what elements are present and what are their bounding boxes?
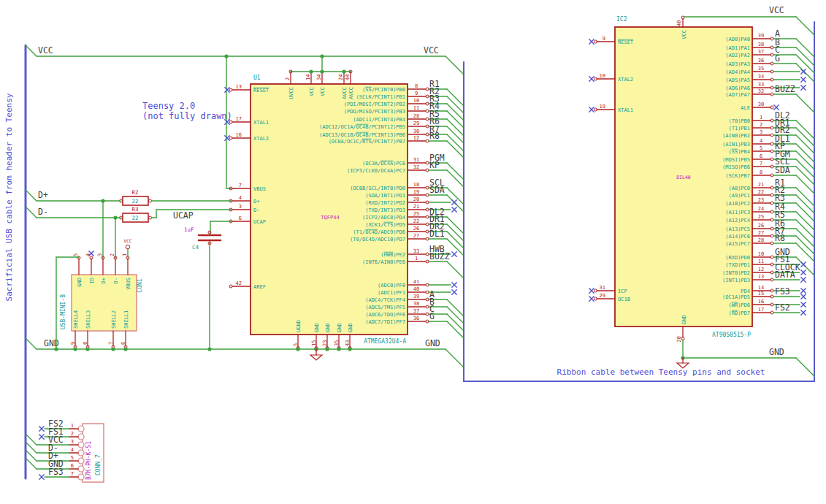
text-run: 6 <box>121 342 126 345</box>
text-run: GND <box>337 323 343 332</box>
text-run: UCAP <box>173 210 194 221</box>
text-run: 5 <box>760 145 762 151</box>
pin-name: (A10)PC2 <box>725 201 750 207</box>
pin-number: 9 <box>415 91 418 96</box>
text-run: (ADC5/TMS)PF5 <box>365 305 405 310</box>
text-run: GND <box>44 338 59 348</box>
wire-segment <box>447 314 464 331</box>
pin-name: (OC0A/OC1C/RTS/PCINT7)PB7 <box>329 139 405 145</box>
text-run: (AD0)PA0 <box>725 37 750 42</box>
text-run: GND <box>314 323 320 332</box>
text-run: (SCLK/PCINT1)PB1 <box>356 94 405 100</box>
wire-segment <box>796 121 814 139</box>
text-run: CONN_7 <box>95 454 102 476</box>
text-run: (A9)PC1 <box>728 193 750 199</box>
pin-name: (TXD/INT3)PD3 <box>365 207 405 213</box>
text-run: (A14)PC6 <box>725 234 750 240</box>
pin-number: 40 <box>413 286 419 292</box>
pin-number: 6 <box>760 153 762 159</box>
wire-segment <box>447 89 464 106</box>
text-run: D+ <box>253 199 259 205</box>
pin-number: 1 <box>415 256 418 261</box>
text-run: VBUS <box>126 278 131 290</box>
resistor-reference: R3 <box>131 206 138 213</box>
text-run: (XCK1/ <box>365 222 383 228</box>
pin-name: (ADC6/TDO)PF6 <box>365 312 405 318</box>
pin-number: 27 <box>413 233 419 239</box>
net-label: D+ <box>38 190 48 200</box>
text-run: (ADC13/OC1B/ <box>319 132 356 138</box>
text-run: (AD4)PA4 <box>725 69 750 75</box>
text-run: B7K-PH-K-S1 <box>85 441 92 480</box>
wire-segment <box>447 299 464 316</box>
text-run: 3 <box>97 253 103 256</box>
pin-name: (AD5)PA5 <box>725 77 750 83</box>
note-sacrificial: Sacrificial USB cable from header to Tee… <box>4 93 14 301</box>
wire-segment <box>796 47 814 66</box>
net-label: UCAP <box>173 210 194 221</box>
note-teensy-2: (not fully drawn) <box>142 111 232 121</box>
wire-segment <box>796 229 814 247</box>
net-label: DATA <box>775 270 795 280</box>
pin-number: 8 <box>83 342 88 345</box>
text-run: 11 <box>413 105 419 111</box>
text-run: 21 <box>413 204 419 210</box>
text-run: D+ <box>101 278 107 283</box>
text-run: 23 <box>322 340 328 346</box>
junction-dot <box>325 347 329 351</box>
text-run: U1 <box>253 75 261 81</box>
pin-name: (AD7)PA7 <box>725 92 750 98</box>
pin-name: VCC <box>681 30 687 39</box>
pin-name: (ADC5/TMS)PF5 <box>365 305 405 310</box>
text-run: 41 <box>413 279 419 285</box>
overbar-text: OC4B <box>356 124 369 130</box>
pin-number: 26 <box>758 223 764 229</box>
wire-segment <box>26 338 37 349</box>
pin-number: 9 <box>70 342 76 345</box>
pin-number: 28 <box>758 237 764 243</box>
pin-number: 17 <box>758 307 764 313</box>
conn7-pin-circle <box>78 474 84 480</box>
pin-number: 14 <box>758 285 764 291</box>
pin-name: UCAP <box>253 219 266 225</box>
pin-name: AVCC <box>348 87 354 99</box>
overbar-text: OC4D <box>365 229 378 235</box>
net-label: KP <box>429 160 440 170</box>
pin-number: 2 <box>71 431 74 437</box>
pin-number: 24 <box>338 75 344 80</box>
text-run: 39 <box>413 294 419 299</box>
pin-number: 19 <box>413 189 419 195</box>
pin-name: (A12)PC4 <box>725 218 750 224</box>
net-label: R8 <box>429 131 440 141</box>
text-run: VCC <box>320 87 326 96</box>
junction-dot <box>320 69 324 73</box>
text-run: XTAL2 <box>253 136 269 142</box>
pin-name: (ADC7/TDI)PF7 <box>365 319 405 325</box>
text-run: ID <box>89 278 95 283</box>
pin-name: ALE <box>741 105 750 111</box>
net-label: SDA <box>775 165 790 175</box>
text-run: (OC0A/OC1C/ <box>329 139 362 145</box>
text-run: BUZZ <box>429 251 450 261</box>
pin-name: (ADC0)PF0 <box>378 283 405 289</box>
text-run: VCC <box>681 30 687 39</box>
text-run: IC2 <box>616 16 627 23</box>
pin-name: (T1)PB1 <box>728 126 750 131</box>
pin-number: 6 <box>121 342 126 345</box>
text-run: 28 <box>413 113 419 119</box>
pin-name: (ICP2/ADC8)PD4 <box>362 215 405 221</box>
note-teensy-1: Teensy 2.0 <box>142 101 195 111</box>
pin-number: 21 <box>413 204 419 210</box>
text-run: GND <box>681 315 687 324</box>
pin-number: 28 <box>413 113 419 119</box>
text-run: 28 <box>758 237 764 243</box>
text-run: XTAL1 <box>618 107 633 113</box>
pin-number: 39 <box>413 294 419 299</box>
text-run: (PDO/MISO/PCINT3)PB3 <box>344 109 405 115</box>
text-run: R8 <box>775 233 785 243</box>
pin-number: 32 <box>413 164 419 170</box>
text-run: 23 <box>758 197 764 203</box>
ic2-footprint: DIL40 <box>676 175 691 180</box>
pin-number: 30 <box>758 102 764 107</box>
text-run: 4 <box>239 195 242 201</box>
